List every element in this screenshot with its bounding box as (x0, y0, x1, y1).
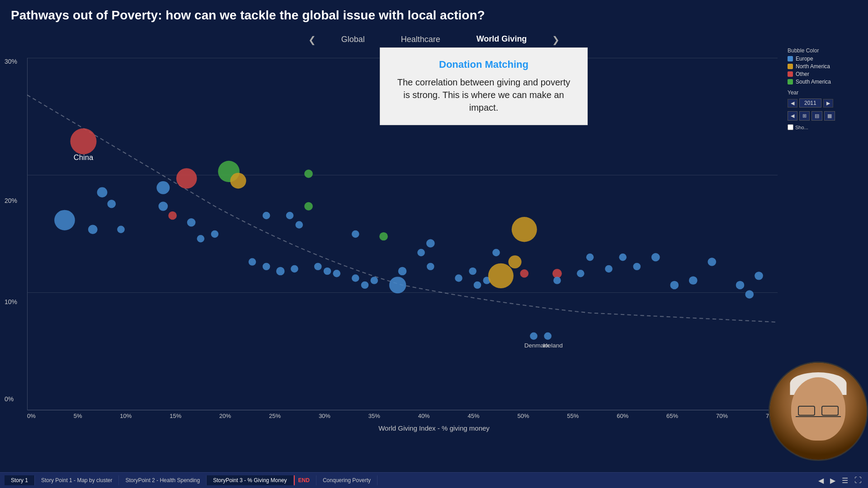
b25[interactable] (370, 277, 378, 284)
story-label[interactable]: Story 1 (5, 475, 35, 485)
b22[interactable] (352, 274, 359, 282)
webcam-face (770, 363, 867, 460)
b40[interactable] (605, 265, 613, 272)
story-point-1[interactable]: Story Point 1 - Map by cluster (35, 475, 119, 485)
b14[interactable] (249, 258, 256, 265)
view-prev-btn[interactable]: ◀ (788, 111, 797, 121)
b18[interactable] (304, 169, 313, 178)
b11[interactable] (286, 212, 294, 219)
b32[interactable] (455, 274, 462, 282)
conquering-poverty[interactable]: Conquering Poverty (316, 475, 377, 485)
tab-world-giving[interactable]: World Giving (458, 30, 545, 50)
b20[interactable] (324, 267, 331, 275)
b26[interactable] (379, 232, 388, 240)
year-next-btn[interactable]: ▶ (823, 99, 833, 108)
b6[interactable] (117, 226, 125, 233)
b24[interactable] (361, 282, 369, 289)
bubble-yellow3[interactable] (508, 255, 521, 268)
x-label-10: 10% (120, 413, 132, 419)
story-point-3[interactable]: StoryPoint 3 - % Giving Money (207, 475, 293, 485)
b47[interactable] (736, 281, 745, 289)
label-iceland: Iceland (543, 343, 562, 349)
b28[interactable] (398, 267, 407, 275)
x-label-5: 5% (74, 413, 82, 419)
b29[interactable] (417, 249, 425, 256)
view-grid-btn[interactable]: ⊞ (799, 111, 810, 121)
b38[interactable] (577, 270, 585, 277)
view-table-btn[interactable]: ▤ (811, 111, 822, 121)
bubble-blue1[interactable] (156, 181, 170, 194)
bubble-red1[interactable] (176, 168, 197, 188)
show-checkbox-area: Sho... (788, 124, 864, 130)
b41[interactable] (619, 253, 627, 261)
b42[interactable] (633, 263, 641, 270)
story-end[interactable]: END (294, 475, 316, 485)
legend-europe: Europe (788, 56, 864, 62)
bubble-yellow4[interactable] (512, 217, 537, 242)
b8[interactable] (197, 235, 205, 242)
b13[interactable] (304, 202, 313, 210)
b39[interactable] (586, 253, 594, 261)
b31[interactable] (427, 263, 434, 270)
view-controls: ◀ ⊞ ▤ ▦ (788, 111, 864, 121)
b37[interactable] (553, 277, 561, 284)
tab-global[interactable]: Global (323, 30, 383, 50)
bubble-china[interactable] (70, 128, 96, 154)
north-america-label: North America (796, 63, 830, 70)
b34[interactable] (474, 282, 481, 289)
legend-title: Bubble Color (788, 47, 864, 54)
b48[interactable] (755, 272, 763, 280)
b12[interactable] (295, 221, 303, 228)
show-checkbox[interactable] (788, 124, 793, 130)
bubble-blue2[interactable] (159, 202, 168, 211)
b23[interactable] (352, 230, 359, 238)
next-nav-arrow[interactable]: ❯ (545, 34, 567, 45)
page-title: Pathways out of Poverty: how can we tack… (11, 8, 857, 23)
b15[interactable] (263, 263, 270, 270)
prev-nav-arrow[interactable]: ❮ (301, 34, 323, 45)
b43[interactable] (651, 253, 660, 261)
b49[interactable] (745, 290, 754, 298)
x-label-40: 40% (418, 413, 430, 419)
b19[interactable] (314, 263, 322, 270)
bubble-3[interactable] (97, 187, 108, 197)
right-panel: Bubble Color Europe North America Other … (788, 47, 864, 130)
tab-healthcare[interactable]: Healthcare (383, 30, 458, 50)
b17[interactable] (291, 265, 298, 272)
bubble-iceland[interactable] (544, 333, 552, 340)
view-chart-btn[interactable]: ▦ (824, 111, 835, 121)
status-back-btn[interactable]: ◀ (816, 476, 826, 485)
b36[interactable] (492, 249, 500, 256)
b9[interactable] (211, 230, 219, 238)
b44[interactable] (670, 281, 679, 289)
status-fullscreen-btn[interactable]: ⛶ (853, 476, 863, 484)
bubble-2[interactable] (88, 225, 98, 234)
status-forward-btn[interactable]: ▶ (828, 476, 837, 485)
b7[interactable] (187, 218, 196, 226)
year-display: 2011 (799, 99, 821, 108)
b33[interactable] (469, 267, 476, 275)
legend-north-america: North America (788, 63, 864, 70)
b30[interactable] (426, 239, 435, 247)
y-label-0: 0% (5, 395, 14, 403)
b45[interactable] (689, 276, 698, 284)
story-point-2[interactable]: StoryPoint 2 - Health Spending (119, 475, 207, 485)
b5[interactable] (107, 200, 116, 208)
status-menu-btn[interactable]: ☰ (840, 476, 850, 485)
bubble-red2[interactable] (168, 211, 177, 220)
b16[interactable] (276, 267, 285, 275)
bubble-1[interactable] (54, 210, 75, 230)
x-label-50: 50% (517, 413, 529, 419)
bubble-red3[interactable] (520, 269, 528, 277)
bubble-yellow1[interactable] (230, 173, 246, 189)
bubble-denmark[interactable] (530, 333, 538, 340)
header-area: Pathways out of Poverty: how can we tack… (0, 0, 868, 26)
b21[interactable] (333, 270, 340, 277)
b10[interactable] (263, 212, 270, 219)
bubble-yellow2[interactable] (488, 263, 514, 288)
north-america-swatch (788, 64, 793, 69)
y-label-10: 10% (5, 298, 17, 305)
year-prev-btn[interactable]: ◀ (788, 99, 797, 108)
b27[interactable] (389, 277, 406, 293)
b46[interactable] (708, 258, 716, 266)
